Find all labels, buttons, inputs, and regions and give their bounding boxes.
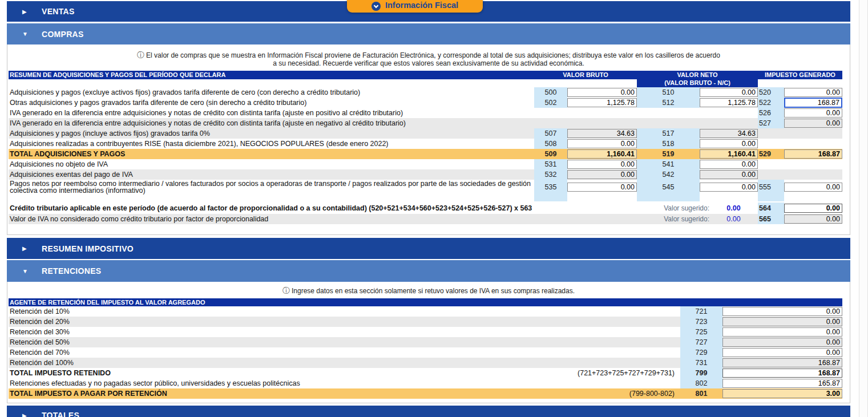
input-802[interactable]	[722, 379, 842, 388]
input-500[interactable]	[567, 88, 637, 97]
section-title-ventas: VENTAS	[42, 7, 75, 16]
info-text-line2: a su necesidad. Recuerde verificar que e…	[273, 59, 584, 67]
valor-sugerido-label: Valor sugerido:	[624, 215, 709, 223]
input-522[interactable]	[784, 98, 842, 108]
code-517: 517	[637, 128, 700, 139]
input-518[interactable]	[700, 139, 758, 148]
info-text-line1: El valor de compras que se muestra en In…	[146, 51, 720, 59]
input-535[interactable]	[567, 183, 637, 192]
table-row: Retención del 70%729	[9, 347, 842, 358]
input-729[interactable]	[722, 348, 842, 357]
input-721[interactable]	[722, 307, 842, 316]
table-row: Adquisiciones exentas del pago de IVA532…	[9, 169, 842, 180]
input-727[interactable]	[722, 338, 842, 347]
retenciones-rows: Retención del 10%721Retención del 20%723…	[9, 306, 842, 399]
input-731	[722, 358, 842, 367]
retenciones-table-header: AGENTE DE RETENCIÓN DEL IMPUESTO AL VALO…	[9, 298, 842, 306]
table-row: IVA generado en la diferencia entre adqu…	[9, 108, 842, 118]
input-520[interactable]	[784, 88, 842, 97]
row-label: Adquisiciones no objeto de IVA	[9, 161, 534, 168]
valor-sugerido-label: Valor sugerido:	[624, 204, 709, 212]
input-723[interactable]	[722, 317, 842, 326]
compras-rows: Adquisiciones y pagos (excluye activos f…	[9, 87, 842, 195]
code-723: 723	[680, 317, 722, 327]
table-row: Pagos netos por reembolso como intermedi…	[9, 180, 842, 195]
informacion-fiscal-button[interactable]: Información Fiscal	[347, 0, 483, 13]
code-507: 507	[534, 128, 567, 139]
vertical-scrollbar[interactable]	[859, 0, 868, 417]
input-502[interactable]	[567, 98, 637, 107]
caret-right-icon: ▶	[22, 412, 30, 417]
compras-table-header: RESUMEN DE ADQUISICIONES Y PAGOS DEL PER…	[9, 71, 842, 87]
table-row: Retención del 30%725	[9, 327, 842, 337]
row-label: Retención del 30%	[9, 328, 543, 336]
input-508[interactable]	[567, 139, 637, 148]
code-729: 729	[680, 347, 722, 358]
table-row: Adquisiciones y pagos (excluye activos f…	[9, 87, 842, 98]
code-731: 731	[680, 358, 722, 368]
caret-right-icon: ▶	[22, 245, 30, 252]
row-label: Adquisiciones y pagos (incluye activos f…	[9, 130, 534, 137]
input-532	[567, 170, 637, 179]
info-icon: ⓘ	[137, 51, 144, 59]
code-799: 799	[680, 368, 722, 378]
input-542	[700, 170, 758, 179]
row-label: Valor de IVA no considerado como crédito…	[9, 216, 624, 222]
input-512[interactable]	[700, 98, 758, 107]
section-header-resumen-impositivo[interactable]: ▶ RESUMEN IMPOSITIVO	[7, 238, 850, 259]
input-725[interactable]	[722, 327, 842, 337]
code-542: 542	[637, 169, 700, 180]
table-row: Retenciones efectuadas y no pagadas sect…	[9, 378, 842, 388]
column-header-valor-bruto: VALOR BRUTO	[534, 71, 637, 79]
code-520: 520	[758, 87, 784, 98]
input-519	[700, 149, 758, 159]
row-label: Otras adquisiciones y pagos gravados tar…	[9, 99, 534, 106]
section-header-retenciones[interactable]: ▼ RETENCIONES	[7, 260, 850, 282]
code-527: 527	[758, 118, 784, 128]
table-row: Retención del 50%727	[9, 337, 842, 347]
input-527	[784, 119, 842, 128]
code-555: 555	[758, 180, 784, 195]
caret-right-icon: ▶	[22, 9, 30, 15]
code-502: 502	[534, 98, 567, 108]
table-row: Valor de IVA no considerado como crédito…	[9, 214, 842, 224]
section-title-resumen-impositivo: RESUMEN IMPOSITIVO	[42, 244, 134, 253]
input-541[interactable]	[700, 160, 758, 169]
input-531[interactable]	[567, 160, 637, 169]
info-text: Ingrese datos en esta sección solamente …	[292, 287, 575, 295]
code-725: 725	[680, 327, 722, 337]
chevron-down-circle-icon	[372, 2, 381, 11]
input-507	[567, 129, 637, 138]
section-header-totales[interactable]: ▶ TOTALES	[7, 406, 850, 417]
input-555[interactable]	[784, 183, 842, 192]
input-517	[700, 129, 758, 138]
input-545[interactable]	[700, 183, 758, 192]
row-label: Retenciones efectuadas y no pagadas sect…	[9, 379, 543, 387]
row-label: Retención del 50%	[9, 338, 543, 346]
code-529: 529	[758, 149, 784, 159]
table-row: Retención del 100%731	[9, 358, 842, 368]
input-526[interactable]	[784, 108, 842, 118]
compras-info-note: ⓘEl valor de compras que se muestra en I…	[7, 51, 850, 67]
input-799	[722, 369, 842, 378]
code-564: 564	[758, 203, 784, 214]
code-531: 531	[534, 159, 567, 169]
input-565	[784, 214, 842, 224]
input-510[interactable]	[700, 88, 758, 97]
table-row: Otras adquisiciones y pagos gravados tar…	[9, 98, 842, 108]
row-label: TOTAL IMPUESTO A PAGAR POR RETENCIÓN	[9, 390, 543, 398]
code-535: 535	[534, 180, 567, 195]
code-column-tail	[9, 195, 842, 201]
table-row: IVA generado en la diferencia entre adqu…	[9, 118, 842, 128]
input-564[interactable]	[784, 204, 842, 213]
row-label: TOTAL ADQUISICIONES Y PAGOS	[9, 151, 534, 157]
row-label: Adquisiciones y pagos (excluye activos f…	[9, 89, 534, 96]
code-801: 801	[680, 388, 722, 399]
code-522: 522	[758, 98, 784, 108]
code-526: 526	[758, 108, 784, 118]
row-label: Crédito tributario aplicable en este per…	[9, 205, 624, 212]
row-formula: (721+723+725+727+729+731)	[543, 369, 680, 377]
retenciones-panel: ⓘIngrese datos en esta sección solamente…	[7, 282, 850, 403]
section-header-compras[interactable]: ▼ COMPRAS	[7, 23, 850, 44]
code-518: 518	[637, 139, 700, 149]
